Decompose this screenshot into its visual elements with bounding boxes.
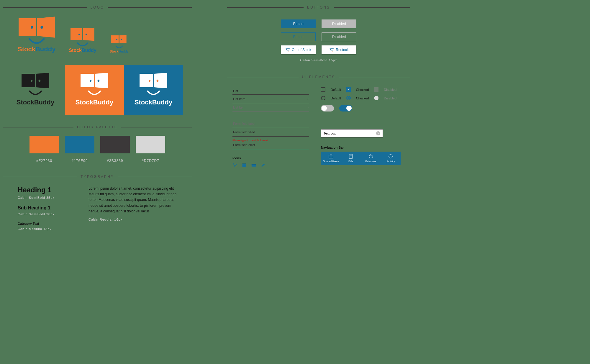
svg-point-4	[234, 166, 235, 167]
svg-point-1	[289, 51, 289, 52]
chevron-right-icon: ›	[307, 106, 309, 109]
color-swatches: #F27930 #176E99 #3B3839 #D7D7D7	[0, 136, 195, 163]
logo-background-variants: StockBuddy StockBuddy StockBuddy	[0, 65, 195, 115]
svg-rect-10	[329, 155, 333, 158]
box-icon	[328, 154, 334, 159]
button-disabled: Disabled	[322, 19, 356, 28]
toggle-on[interactable]	[339, 105, 352, 112]
text-box[interactable]: Text box. ✕	[321, 129, 383, 137]
form-field-empty[interactable]: Form field label	[232, 119, 309, 128]
navigation-bar: Shared Items Bills Balances Activity	[321, 152, 401, 165]
svg-point-0	[287, 51, 287, 52]
cart-icon	[285, 48, 290, 52]
checkbox-checked[interactable]: ✓	[346, 87, 351, 92]
nav-item-shared-items[interactable]: Shared Items	[321, 152, 341, 165]
swatch-orange: #F27930	[30, 136, 59, 163]
section-header-logo: LOGO	[0, 5, 195, 9]
svg-rect-8	[252, 164, 256, 167]
section-title: LOGO	[91, 5, 104, 9]
form-field-error[interactable]: Form field error	[232, 142, 309, 149]
list-item[interactable]: List Item ›	[232, 95, 309, 103]
checkbox-default[interactable]	[321, 87, 325, 92]
button-primary[interactable]: Button	[281, 19, 316, 28]
body-text-sample: Lorem ipsum dolor sit amet, consectetur …	[88, 186, 183, 214]
cart-icon	[232, 163, 237, 168]
radio-disabled	[374, 96, 378, 100]
form-field-filled[interactable]: Form field filled	[232, 128, 309, 137]
section-header-buttons: BUTTONS	[227, 5, 410, 9]
list-header: List	[232, 87, 309, 95]
list-item-disabled: List Item ›	[232, 103, 309, 112]
subheading-1-sample: Sub Heading 1	[18, 205, 77, 211]
svg-point-16	[370, 154, 371, 155]
section-header-palette: COLOR PALETTE	[3, 125, 192, 129]
section-header-ui-elements: UI ELEMENTS	[227, 75, 410, 79]
heading-1-caption: Cabin SemiBold 35px	[18, 196, 77, 199]
radio-checked[interactable]	[346, 96, 351, 100]
form-field-error-message: Please type in the right format.	[232, 139, 309, 142]
swatch-light-grey: #D7D7D7	[136, 136, 165, 163]
radio-default[interactable]	[321, 96, 325, 100]
activity-icon	[388, 154, 393, 159]
receipt-icon	[348, 154, 353, 159]
svg-rect-6	[242, 164, 246, 167]
body-text-caption: Cabin Regular 16px	[88, 218, 183, 221]
radio-states: Default Checked Disabled	[321, 96, 405, 100]
section-header-typography: TYPOGRAPHY	[3, 175, 192, 179]
clear-icon[interactable]: ✕	[376, 131, 380, 135]
swatch-charcoal: #3B3839	[100, 136, 130, 163]
navigation-bar-label: Navigation Bar	[321, 146, 405, 149]
checkbox-states: Default ✓Checked Disabled	[321, 87, 405, 92]
svg-point-5	[236, 166, 236, 167]
logo-on-orange: StockBuddy	[65, 65, 124, 115]
svg-rect-7	[242, 163, 246, 164]
button-out-of-stock[interactable]: Out of Stock	[281, 45, 316, 54]
toggle-off[interactable]	[321, 105, 334, 112]
box-icon	[242, 163, 247, 168]
logo-medium: StockBuddy	[69, 28, 96, 53]
button-restock[interactable]: Restock	[322, 45, 356, 54]
logo-on-light: StockBuddy	[6, 65, 65, 115]
icons-label: Icons	[232, 156, 309, 160]
category-text-caption: Cabin Medium 13px	[18, 227, 77, 231]
swatch-blue: #176E99	[65, 136, 94, 163]
svg-rect-11	[349, 154, 353, 158]
heading-1-sample: Heading 1	[18, 186, 77, 194]
icon-samples	[232, 163, 309, 168]
svg-rect-9	[252, 165, 256, 165]
nav-item-activity[interactable]: Activity	[381, 152, 401, 165]
buttons-caption: Cabin SemiBold 15px	[227, 58, 410, 62]
nav-item-balances[interactable]: Balances	[361, 152, 381, 165]
svg-point-3	[332, 51, 333, 52]
logo-sizes-row: StockBuddy StockBuddy StockBuddy	[0, 18, 195, 53]
logo-on-blue: StockBuddy	[124, 65, 183, 115]
chevron-right-icon: ›	[307, 97, 309, 101]
logo-large: StockBuddy	[18, 18, 55, 53]
edit-icon	[261, 163, 266, 168]
nav-item-bills[interactable]: Bills	[341, 152, 361, 165]
svg-point-2	[331, 51, 331, 52]
subheading-1-caption: Cabin SemiBold 20px	[18, 212, 77, 216]
logo-small: StockBuddy	[110, 35, 129, 53]
category-text-sample: Category Text	[18, 222, 77, 225]
cart-icon	[329, 48, 334, 52]
typography-samples: Heading 1 Cabin SemiBold 35px Sub Headin…	[0, 186, 195, 231]
checkbox-disabled	[374, 87, 378, 92]
piggy-bank-icon	[368, 154, 373, 159]
svg-point-17	[389, 155, 392, 158]
toggle-states	[321, 105, 405, 112]
card-icon	[251, 163, 256, 168]
button-outline[interactable]: Button	[281, 32, 316, 41]
svg-point-15	[369, 155, 373, 158]
button-outline-disabled: Disabled	[322, 32, 356, 41]
